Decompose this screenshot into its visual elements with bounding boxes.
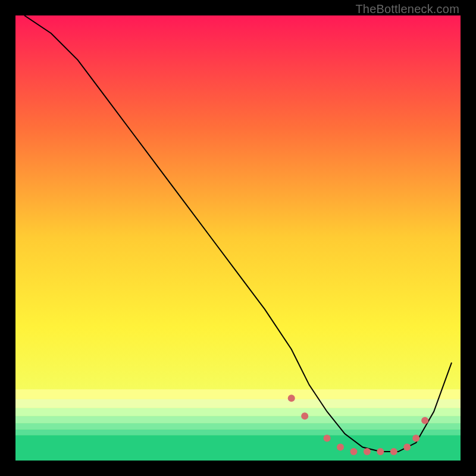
heat-band <box>15 435 461 461</box>
heat-band <box>15 416 461 423</box>
heat-band <box>15 399 461 408</box>
bottleneck-chart <box>15 15 461 461</box>
highlight-dot <box>421 417 428 424</box>
highlight-dot <box>301 412 308 419</box>
highlight-dot <box>364 448 371 455</box>
highlight-dot <box>377 448 384 455</box>
watermark-text: TheBottleneck.com <box>355 2 459 16</box>
highlight-dot <box>403 444 411 451</box>
heat-band <box>15 389 461 399</box>
heat-band <box>15 430 461 436</box>
highlight-dot <box>390 448 397 455</box>
highlight-dot <box>412 435 419 442</box>
chart-frame <box>15 15 461 461</box>
highlight-dot <box>350 448 357 455</box>
highlight-dot <box>337 444 344 451</box>
heat-band <box>15 423 461 429</box>
highlight-dot <box>324 435 331 442</box>
highlight-dot <box>288 394 295 402</box>
heat-band <box>15 408 461 416</box>
